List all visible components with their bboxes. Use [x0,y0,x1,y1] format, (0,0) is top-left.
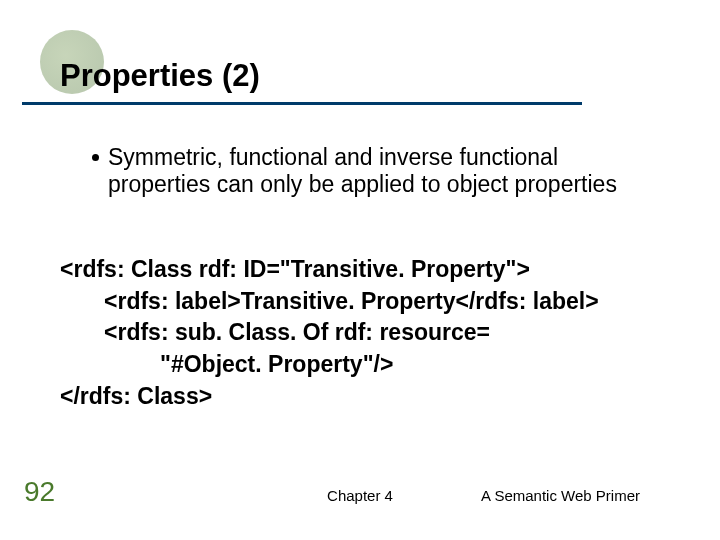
code-block: <rdfs: Class rdf: ID="Transitive. Proper… [60,254,660,413]
code-line-2: <rdfs: label>Transitive. Property</rdfs:… [60,286,660,318]
footer-book-title: A Semantic Web Primer [481,487,640,504]
code-line-1: <rdfs: Class rdf: ID="Transitive. Proper… [60,256,530,282]
slide-title: Properties (2) [60,58,260,94]
code-line-5: </rdfs: Class> [60,383,212,409]
bullet-text: Symmetric, functional and inverse functi… [108,144,652,198]
bullet-dot-icon [92,154,99,161]
slide-container: Properties (2) Symmetric, functional and… [0,0,720,540]
code-line-4: "#Object. Property"/> [60,349,660,381]
title-underline [22,102,582,105]
code-line-3: <rdfs: sub. Class. Of rdf: resource= [60,317,660,349]
